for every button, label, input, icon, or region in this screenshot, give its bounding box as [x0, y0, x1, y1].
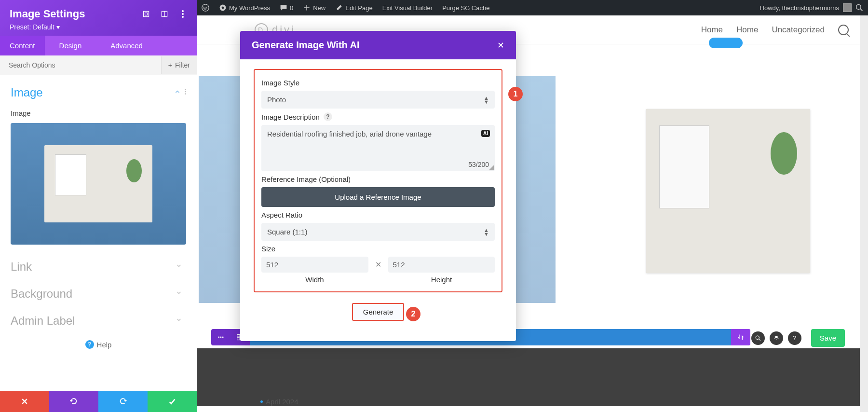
tab-design[interactable]: Design — [50, 36, 92, 55]
generate-image-ai-modal: Generate Image With AI ✕ 1 Image Style P… — [240, 31, 516, 341]
image-style-label: Image Style — [261, 79, 495, 87]
exit-vb-label: Exit Visual Builder — [382, 4, 433, 12]
nav-home-1[interactable]: Home — [701, 25, 723, 35]
group-admin-label[interactable]: Admin Label — [0, 307, 197, 334]
select-arrows-icon: ▲▼ — [484, 228, 489, 236]
save-button[interactable]: Save — [811, 329, 845, 347]
group-image-title: Image — [11, 86, 174, 99]
group-image[interactable]: Image — [0, 79, 197, 106]
group-admin-label-title: Admin Label — [11, 314, 176, 328]
tool-layers[interactable] — [770, 331, 783, 345]
upload-reference-button[interactable]: Upload a Reference Image — [261, 187, 495, 207]
redo-button[interactable] — [98, 391, 148, 412]
callout-badge-2: 2 — [406, 307, 420, 321]
tool-zoom[interactable] — [751, 331, 765, 345]
preset-selector[interactable]: Preset: Default▾ — [10, 23, 187, 31]
tab-advanced[interactable]: Advanced — [101, 36, 152, 55]
width-input[interactable]: 512 — [261, 257, 368, 273]
svg-point-11 — [756, 336, 759, 339]
size-label: Size — [261, 245, 495, 253]
filter-button[interactable]: +Filter — [161, 56, 197, 74]
settings-title: Image Settings — [10, 8, 85, 20]
apply-button[interactable] — [148, 391, 197, 412]
image-description-label: Image Description? — [261, 112, 495, 121]
chevron-up-icon — [174, 88, 181, 97]
wordpress-icon — [202, 4, 209, 12]
snap-icon[interactable] — [142, 10, 150, 18]
builder-right-tools: ? Save — [751, 329, 845, 347]
new-content[interactable]: New — [298, 0, 330, 15]
nav-search-icon[interactable] — [838, 25, 849, 35]
image-description-input[interactable]: Residential roofing finished job, arial … — [261, 125, 495, 171]
settings-tabs: Content Design Advanced — [0, 36, 197, 55]
nav-uncategorized[interactable]: Uncategorized — [772, 25, 825, 35]
more-icon[interactable] — [178, 10, 187, 18]
preset-label: Preset: Default — [10, 23, 54, 31]
svg-point-19 — [185, 91, 186, 92]
options-list[interactable]: Image Image Link Background Admin Label … — [0, 75, 197, 391]
group-background[interactable]: Background — [0, 280, 197, 307]
char-counter: 53/200 — [468, 161, 489, 168]
svg-point-0 — [202, 4, 209, 11]
group-link[interactable]: Link — [0, 253, 197, 280]
toolbar-swap[interactable] — [731, 329, 750, 345]
tab-content[interactable]: Content — [0, 36, 45, 55]
reference-image-label: Reference Image (Optional) — [261, 175, 495, 183]
chevron-down-icon: ▾ — [56, 23, 60, 31]
field-image-label: Image — [0, 106, 197, 120]
aspect-ratio-label: Aspect Ratio — [261, 211, 495, 219]
plus-icon: + — [168, 61, 172, 69]
purge-cache[interactable]: Purge SG Cache — [437, 0, 494, 15]
height-input[interactable]: 512 — [388, 257, 495, 273]
site-name[interactable]: My WordPress — [214, 0, 275, 15]
svg-point-16 — [182, 13, 184, 15]
svg-rect-12 — [143, 11, 149, 16]
discard-button[interactable] — [0, 391, 49, 412]
group-more-icon[interactable] — [185, 88, 186, 97]
ai-badge-icon[interactable]: AI — [481, 130, 490, 137]
modal-title: Generate Image With AI — [252, 40, 360, 51]
exit-visual-builder[interactable]: Exit Visual Builder — [378, 0, 438, 15]
resize-handle-icon[interactable] — [489, 165, 494, 170]
nav-home-2[interactable]: Home — [736, 25, 758, 35]
callout-region-1: Image Style Photo ▲▼ Image Description? … — [254, 69, 502, 292]
page-scrollbar[interactable] — [860, 0, 868, 412]
primary-nav: Home Home Uncategorized — [701, 25, 849, 35]
undo-button[interactable] — [49, 391, 98, 412]
group-link-title: Link — [11, 260, 176, 274]
wp-logo[interactable] — [197, 0, 214, 15]
tool-help[interactable]: ? — [788, 331, 801, 345]
comment-icon — [280, 4, 287, 12]
settings-header: Image Settings Preset: Default▾ — [0, 0, 197, 36]
generate-button[interactable]: Generate — [352, 303, 404, 321]
svg-point-6 — [222, 337, 224, 338]
image-style-select[interactable]: Photo ▲▼ — [261, 91, 495, 109]
page-image-module[interactable] — [646, 109, 810, 273]
svg-point-17 — [182, 16, 184, 18]
archive-link[interactable]: April 2024 — [260, 398, 298, 406]
expand-icon[interactable] — [160, 10, 169, 18]
purge-label: Purge SG Cache — [442, 4, 489, 12]
width-label: Width — [261, 275, 368, 284]
comments[interactable]: 0 — [275, 0, 298, 15]
svg-rect-7 — [237, 334, 240, 337]
edit-page[interactable]: Edit Page — [330, 0, 377, 15]
howdy-text[interactable]: Howdy, thechristophermorris — [760, 4, 839, 12]
help-link[interactable]: ?Help — [0, 334, 197, 350]
panel-actions — [0, 391, 197, 412]
help-label: Help — [97, 341, 112, 349]
module-settings-panel: Image Settings Preset: Default▾ Content … — [0, 0, 197, 412]
select-arrows-icon: ▲▼ — [484, 96, 489, 104]
search-options-input[interactable] — [0, 55, 161, 75]
chevron-down-icon — [176, 316, 182, 325]
help-icon[interactable]: ? — [324, 112, 332, 121]
svg-point-3 — [856, 5, 861, 10]
search-icon[interactable] — [855, 4, 863, 12]
toolbar-menu[interactable] — [211, 329, 231, 345]
aspect-ratio-select[interactable]: Square (1:1) ▲▼ — [261, 223, 495, 241]
close-icon[interactable]: ✕ — [497, 40, 504, 51]
image-preview[interactable] — [11, 123, 186, 245]
site-name-label: My WordPress — [229, 4, 270, 12]
avatar[interactable] — [843, 3, 852, 12]
module-pill[interactable] — [709, 38, 743, 48]
